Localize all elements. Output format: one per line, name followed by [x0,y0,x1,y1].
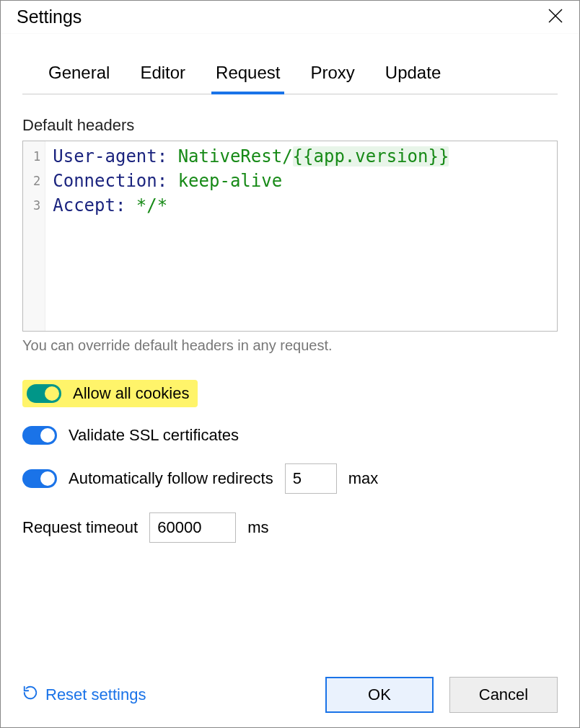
tab-general[interactable]: General [44,56,114,94]
tab-editor[interactable]: Editor [136,56,190,94]
follow-redirects-row: Automatically follow redirects max [22,463,558,494]
request-timeout-label: Request timeout [22,518,138,537]
tab-request[interactable]: Request [211,56,284,94]
allow-cookies-row: Allow all cookies [22,380,198,407]
reset-settings-label: Reset settings [45,685,146,704]
validate-ssl-row: Validate SSL certificates [22,426,558,445]
line-number: 1 [33,144,40,169]
line-number: 2 [33,169,40,193]
tab-proxy[interactable]: Proxy [306,56,359,94]
line-number: 3 [33,193,40,218]
code-line: User-agent: NativeRest/{{app.version}} [53,144,449,169]
window-title: Settings [17,6,82,27]
max-redirects-unit: max [348,469,379,488]
default-headers-label: Default headers [22,116,558,135]
validate-ssl-label: Validate SSL certificates [69,426,239,445]
ok-button[interactable]: OK [325,677,434,713]
request-timeout-unit: ms [247,518,268,537]
allow-cookies-toggle[interactable] [27,384,61,403]
follow-redirects-toggle[interactable] [22,469,57,488]
reset-settings-link[interactable]: Reset settings [22,685,146,705]
request-timeout-input[interactable] [149,512,236,543]
code-line: Accept: */* [53,193,449,218]
default-headers-hint: You can override default headers in any … [22,337,558,354]
close-icon[interactable] [548,8,563,27]
request-timeout-row: Request timeout ms [22,512,558,543]
cancel-button[interactable]: Cancel [449,677,558,713]
allow-cookies-label: Allow all cookies [73,384,189,403]
validate-ssl-toggle[interactable] [22,426,57,445]
tab-update[interactable]: Update [381,56,445,94]
follow-redirects-label: Automatically follow redirects [69,469,273,488]
reset-icon [22,685,38,705]
max-redirects-input[interactable] [285,463,337,494]
code-line: Connection: keep-alive [53,169,449,193]
tab-bar: GeneralEditorRequestProxyUpdate [22,56,558,94]
default-headers-editor[interactable]: 123 User-agent: NativeRest/{{app.version… [22,141,558,332]
